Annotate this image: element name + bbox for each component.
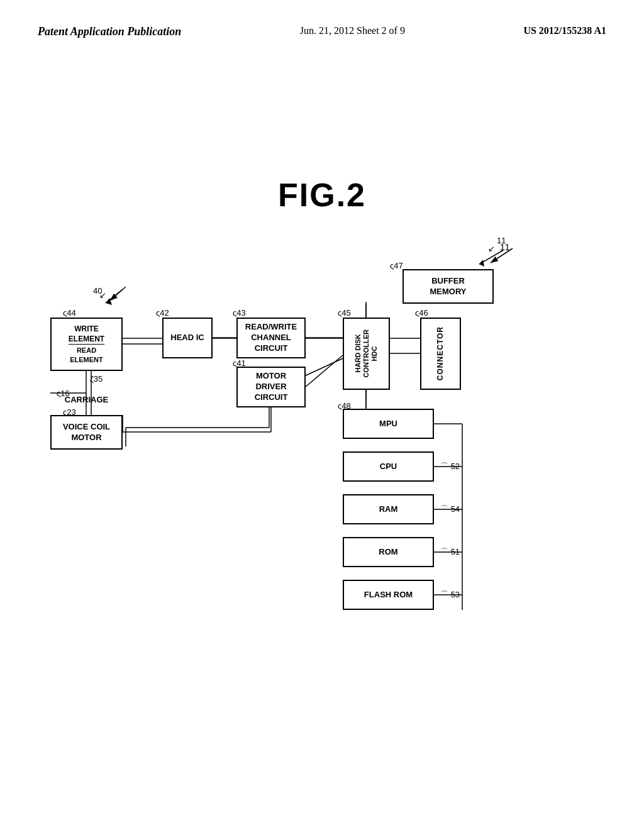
rom-box: ROM [343,537,434,567]
ref-53: ⌒ 53 [440,589,460,600]
ref-51: ⌒ 51 [440,546,460,558]
ref-35: ζ35 [90,374,103,384]
mpu-box: MPU [343,409,434,439]
ref-46: ς46 [415,308,428,318]
ref-52: ⌒ 52 [440,461,460,472]
cpu-box: CPU [343,451,434,482]
voice-coil-motor-box: VOICE COIL MOTOR [50,415,123,450]
connector-box: CONNECTOR [420,318,461,390]
motor-driver-box: MOTOR DRIVER CIRCUIT [236,367,306,407]
page: Patent Application Publication Jun. 21, … [0,0,644,830]
ref-40-arrow: ↙ [99,290,106,300]
rw-channel-box: READ/WRITE CHANNEL CIRCUIT [236,318,306,358]
write-read-element-box: WRITEELEMENTREADELEMENT [50,318,123,371]
ref-44: ς44 [63,308,76,318]
head-ic-box: HEAD IC [162,318,213,358]
hdc-box: HARD DISKCONTROLLERHDC [343,318,390,390]
svg-line-14 [110,287,126,301]
ref-47: ς47 [390,261,403,270]
ram-box: RAM [343,494,434,524]
svg-line-8 [302,358,343,377]
carriage-label: CARRIAGE [50,395,123,406]
buffer-memory-box: BUFFER MEMORY [402,269,494,304]
ref-11-label: 11 [500,242,510,252]
ref-43: ς43 [233,308,246,318]
flash-rom-box: FLASH ROM [343,580,434,610]
ref-42: ς42 [156,308,169,318]
ref-11-arrow: ↙ [488,244,495,253]
ref-54: ⌒ 54 [440,504,460,515]
ref-45: ς45 [338,308,351,318]
